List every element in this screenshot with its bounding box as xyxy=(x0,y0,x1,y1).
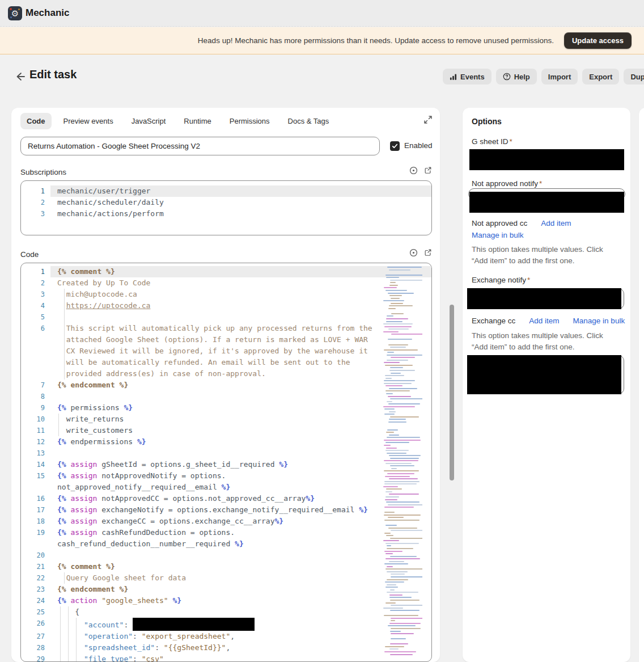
code-line: attached Google Sheet (options). If a re… xyxy=(21,334,431,345)
exchange-cc-row: Exchange cc Add item Manage in bulk xyxy=(472,317,625,325)
back-arrow-icon[interactable] xyxy=(15,71,26,82)
code-line: 21{% comment %} xyxy=(21,561,431,572)
minimap[interactable] xyxy=(382,267,422,658)
subscriptions-icons xyxy=(409,166,432,175)
line-number xyxy=(21,334,50,345)
bar-chart-icon xyxy=(450,73,457,81)
line-number: 6 xyxy=(21,323,50,334)
code-line: 9{% permissions %} xyxy=(21,402,431,414)
code-line: 3 mich@uptocode.ca xyxy=(21,289,431,300)
tab-preview-events[interactable]: Preview events xyxy=(57,113,120,129)
required-mark: * xyxy=(510,137,512,146)
external-link-icon[interactable] xyxy=(424,166,432,174)
preview-eye-icon[interactable] xyxy=(409,166,418,175)
code-line: 28 "spreadsheet_id": "{{gSheetId}}", xyxy=(21,642,431,653)
tab-docs-tags[interactable]: Docs & Tags xyxy=(282,113,336,129)
line-number: 1 xyxy=(21,266,50,277)
add-item-link[interactable]: Add item xyxy=(529,317,559,325)
manage-in-bulk-link[interactable]: Manage in bulk xyxy=(573,317,625,325)
banner-message: Heads up! Mechanic has more permissions … xyxy=(198,36,554,45)
line-number: 1 xyxy=(21,185,50,197)
page-title: Edit task xyxy=(29,68,77,81)
code-line: 22 Query Google sheet for data xyxy=(21,572,431,584)
expand-icon[interactable] xyxy=(424,116,432,124)
exchange-notify-field-redacted[interactable] xyxy=(467,288,621,309)
task-name-input[interactable] xyxy=(20,137,380,155)
code-line: 2Created by Up To Code xyxy=(21,277,431,289)
manage-in-bulk-link[interactable]: Manage in bulk xyxy=(472,231,524,239)
code-line: will be automatically refunded. An email… xyxy=(21,357,431,368)
line-number: 14 xyxy=(21,459,50,470)
code-line: cash_refund_deduction__number__required … xyxy=(21,538,431,550)
app-title: Mechanic xyxy=(26,7,69,19)
not-approved-notify-field-redacted[interactable] xyxy=(469,192,624,213)
line-number: 26 xyxy=(21,618,50,631)
tab-code[interactable]: Code xyxy=(20,113,52,129)
options-title: Options xyxy=(472,117,502,126)
permissions-banner: Heads up! Mechanic has more permissions … xyxy=(0,27,644,54)
line-number: 27 xyxy=(21,631,50,642)
enabled-checkbox[interactable] xyxy=(390,141,400,151)
code-line: 6 This script will automatically pick up… xyxy=(21,323,431,334)
code-line: 25 { xyxy=(21,606,431,618)
line-number: 15 xyxy=(21,470,50,482)
task-editor-card: Code Preview events JavaScript Runtime P… xyxy=(11,108,440,662)
line-number xyxy=(21,357,50,368)
code-line: 5 xyxy=(21,311,431,323)
help-button[interactable]: Help xyxy=(496,69,537,85)
header-actions: Events Help Import Export Duplicate xyxy=(443,69,644,85)
add-item-link[interactable]: Add item xyxy=(541,219,571,227)
code-line: 1mechanic/user/trigger xyxy=(21,185,431,197)
line-number xyxy=(21,482,50,493)
multi-value-help: This option takes multiple values. Click… xyxy=(472,330,618,353)
line-number xyxy=(21,538,50,550)
tab-javascript[interactable]: JavaScript xyxy=(125,113,172,129)
line-number: 7 xyxy=(21,380,50,391)
line-number xyxy=(21,368,50,380)
code-line: 3mechanic/actions/perform xyxy=(21,208,431,220)
code-line: 14{% assign gSheetId = options.g_sheet_i… xyxy=(21,459,431,470)
import-button[interactable]: Import xyxy=(541,69,578,85)
preview-eye-icon[interactable] xyxy=(409,248,418,257)
code-line: 23{% endcomment %} xyxy=(21,584,431,595)
code-line: CX Reviewed it will be ignored, if it's … xyxy=(21,345,431,357)
vertical-scrollbar[interactable] xyxy=(450,305,454,480)
line-number: 11 xyxy=(21,425,50,436)
duplicate-button[interactable]: Duplicate xyxy=(624,69,644,85)
code-line: 18{% assign exchangeCC = options.exchang… xyxy=(21,516,431,527)
subscriptions-editor[interactable]: 1mechanic/user/trigger2mechanic/schedule… xyxy=(20,180,432,235)
code-label: Code xyxy=(20,250,39,259)
line-number: 13 xyxy=(21,448,50,459)
code-line: 26 "account": xyxy=(21,618,431,631)
not-approved-notify-label: Not approved notify* xyxy=(472,179,542,188)
line-number: 21 xyxy=(21,561,50,572)
events-button[interactable]: Events xyxy=(443,69,492,85)
code-line: 2mechanic/scheduler/daily xyxy=(21,197,431,208)
line-number: 5 xyxy=(21,311,50,323)
check-icon xyxy=(392,143,398,149)
tab-runtime[interactable]: Runtime xyxy=(177,113,217,129)
line-number: 28 xyxy=(21,642,50,653)
not-approved-cc-label: Not approved cc xyxy=(472,219,527,227)
exchange-cc-field-redacted[interactable] xyxy=(467,355,621,394)
g-sheet-id-field-redacted[interactable] xyxy=(469,149,624,170)
question-circle-icon xyxy=(503,73,511,81)
code-icons xyxy=(409,248,432,257)
line-number: 9 xyxy=(21,402,50,414)
line-number: 29 xyxy=(21,653,50,662)
line-number: 3 xyxy=(21,208,50,220)
page: { "brand": { "name": "Mechanic" }, "bann… xyxy=(0,0,644,662)
line-number xyxy=(21,345,50,357)
export-button[interactable]: Export xyxy=(582,69,619,85)
subscriptions-label: Subscriptions xyxy=(20,168,66,176)
tab-permissions[interactable]: Permissions xyxy=(223,113,276,129)
update-access-button[interactable]: Update access xyxy=(564,32,632,49)
code-line: not_approved_notify__required__email %} xyxy=(21,482,431,493)
line-number: 22 xyxy=(21,572,50,584)
exchange-cc-label: Exchange cc xyxy=(472,317,515,325)
line-number: 18 xyxy=(21,516,50,527)
side-panel-partial xyxy=(639,108,644,662)
code-editor[interactable]: 1{% comment %}2Created by Up To Code3 mi… xyxy=(20,263,432,662)
redacted-value[interactable] xyxy=(133,618,255,631)
external-link-icon[interactable] xyxy=(424,248,432,256)
